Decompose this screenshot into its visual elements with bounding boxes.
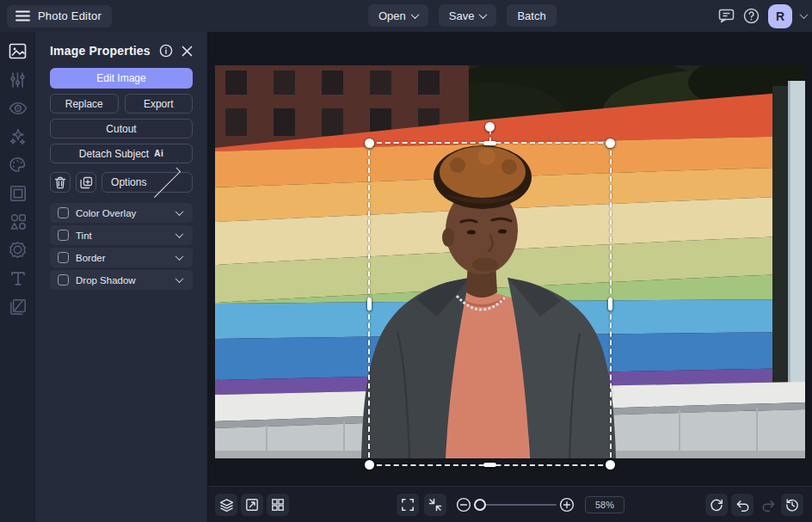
close-icon[interactable] [181, 46, 193, 57]
frame-icon [9, 185, 27, 202]
resize-icon [245, 498, 259, 512]
tool-image[interactable] [5, 41, 31, 61]
image-properties-panel: Image Properties Edit Image Replace Expo… [35, 32, 208, 522]
topbar-right: R [718, 0, 807, 32]
text-icon [10, 270, 26, 286]
chevron-down-icon [175, 230, 184, 238]
ai-sparkles-icon [9, 128, 27, 145]
history-button[interactable] [781, 494, 803, 516]
app-menu-chip[interactable]: Photo Editor [7, 5, 112, 28]
file-actions: Open Save Batch [368, 4, 557, 27]
templates-icon [9, 298, 27, 316]
resize-handle-left[interactable] [367, 298, 372, 310]
chevron-right-icon [150, 167, 180, 197]
image-icon [9, 43, 27, 59]
zoom-level-value[interactable]: 58% [585, 496, 624, 513]
grid-view-button[interactable] [267, 494, 289, 516]
chevron-down-icon [175, 207, 184, 216]
info-icon[interactable] [159, 44, 173, 58]
refresh-icon [710, 498, 723, 512]
redo-button[interactable] [757, 494, 779, 516]
resize-canvas-button[interactable] [241, 494, 263, 516]
layers-button[interactable] [215, 494, 237, 516]
hamburger-menu-icon[interactable] [15, 10, 30, 21]
tool-ai-effects[interactable] [5, 126, 31, 146]
grid-icon [271, 498, 285, 512]
top-bar: Photo Editor Open Save Batch R [0, 0, 812, 32]
export-button[interactable]: Export [125, 94, 194, 114]
trash-icon [54, 176, 66, 189]
options-dropdown[interactable]: Options [102, 172, 193, 193]
toggle-drop-shadow[interactable]: Drop Shadow [50, 270, 193, 290]
chevron-down-icon [410, 10, 419, 19]
tool-effects[interactable] [5, 98, 31, 118]
tool-elements[interactable] [5, 212, 31, 231]
zoom-slider[interactable] [476, 504, 557, 506]
duplicate-icon [80, 176, 93, 189]
tool-rail [0, 32, 35, 522]
open-button[interactable]: Open [368, 4, 428, 27]
tool-draw[interactable] [5, 155, 31, 175]
canvas-area[interactable]: 58% [208, 32, 812, 522]
toggle-color-overlay[interactable]: Color Overlay [50, 203, 193, 223]
plus-circle-icon [559, 497, 575, 513]
chevron-down-icon [175, 252, 184, 261]
tool-stickers[interactable] [5, 240, 31, 260]
delete-button[interactable] [50, 172, 71, 193]
save-button[interactable]: Save [439, 4, 497, 27]
redo-icon [761, 499, 776, 512]
detach-subject-button[interactable]: Detach Subject Ai [50, 144, 193, 163]
fit-to-screen-button[interactable] [424, 494, 446, 516]
chevron-down-icon [479, 10, 488, 19]
undo-icon [735, 499, 750, 512]
avatar[interactable]: R [768, 4, 792, 28]
panel-title: Image Properties [50, 44, 151, 58]
fullscreen-icon [401, 498, 415, 512]
feedback-chat-icon[interactable] [718, 9, 735, 23]
cutout-button[interactable]: Cutout [50, 119, 193, 138]
fit-screen-icon [428, 498, 442, 512]
account-chevron-icon[interactable] [800, 10, 809, 19]
rotate-handle[interactable] [485, 122, 495, 132]
batch-button[interactable]: Batch [507, 4, 556, 27]
resize-handle-top-left[interactable] [365, 138, 374, 148]
zoom-out-button[interactable] [452, 494, 475, 516]
app-title: Photo Editor [38, 9, 102, 22]
resize-handle-top-right[interactable] [606, 138, 615, 148]
canvas-toolbar: 58% [208, 486, 812, 522]
draw-palette-icon [9, 157, 27, 173]
fullscreen-button[interactable] [397, 494, 419, 516]
checkbox[interactable] [58, 207, 69, 218]
tool-adjust[interactable] [5, 70, 31, 89]
edit-image-button[interactable]: Edit Image [50, 68, 193, 89]
checkbox[interactable] [58, 230, 69, 241]
adjust-icon [9, 71, 26, 89]
tool-frame[interactable] [5, 183, 31, 203]
ai-badge: Ai [154, 149, 163, 158]
resize-handle-top[interactable] [483, 141, 496, 145]
chevron-down-icon [175, 274, 184, 283]
resize-handle-bottom-left[interactable] [365, 460, 374, 470]
minus-circle-icon [456, 497, 471, 513]
replace-button[interactable]: Replace [50, 94, 119, 114]
tool-text[interactable] [5, 268, 31, 288]
reset-view-button[interactable] [705, 494, 728, 516]
history-icon [785, 498, 799, 512]
undo-button[interactable] [731, 494, 754, 516]
duplicate-button[interactable] [76, 172, 96, 193]
resize-handle-right[interactable] [608, 298, 612, 310]
checkbox[interactable] [58, 274, 69, 286]
selection-box[interactable] [368, 142, 612, 466]
resize-handle-bottom-right[interactable] [606, 460, 615, 470]
checkbox[interactable] [58, 252, 69, 263]
effects-eye-icon [9, 101, 28, 115]
toggle-border[interactable]: Border [50, 248, 193, 267]
resize-handle-bottom[interactable] [483, 463, 496, 467]
sticker-icon [9, 241, 27, 259]
zoom-slider-knob[interactable] [474, 499, 486, 511]
help-icon[interactable] [743, 8, 760, 24]
toggle-tint[interactable]: Tint [50, 225, 193, 245]
zoom-in-button[interactable] [556, 494, 578, 516]
tool-templates[interactable] [5, 297, 31, 316]
layers-icon [219, 498, 234, 513]
